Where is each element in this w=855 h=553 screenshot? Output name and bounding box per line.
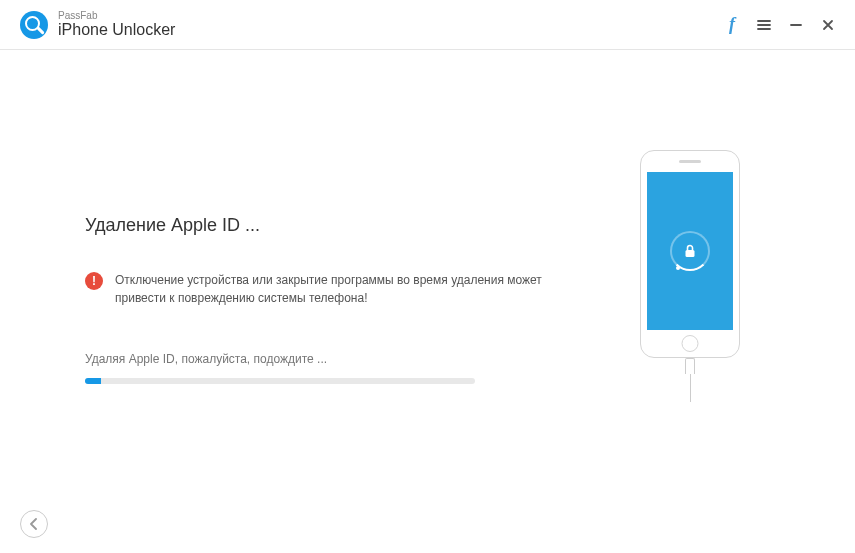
brand: PassFab iPhone Unlocker: [20, 10, 175, 39]
progress-fill: [85, 378, 101, 384]
brand-title: iPhone Unlocker: [58, 21, 175, 39]
progress-label: Удаляя Apple ID, пожалуйста, подождите .…: [85, 352, 565, 366]
warning-text: Отключение устройства или закрытие прогр…: [115, 271, 565, 307]
cable-icon: [685, 358, 695, 402]
lock-icon: [682, 243, 698, 259]
page-title: Удаление Apple ID ...: [85, 215, 565, 236]
right-panel: [605, 110, 775, 493]
cable-wire: [690, 374, 691, 402]
warning-mark: !: [92, 274, 96, 288]
left-panel: Удаление Apple ID ... ! Отключение устро…: [85, 110, 565, 493]
warning-row: ! Отключение устройства или закрытие про…: [85, 271, 565, 307]
brand-text: PassFab iPhone Unlocker: [58, 10, 175, 39]
window-controls: f: [725, 18, 835, 32]
svg-rect-0: [686, 250, 695, 257]
brand-subtitle: PassFab: [58, 10, 175, 21]
phone-speaker: [679, 160, 701, 163]
phone-screen: [647, 172, 733, 330]
chevron-left-icon: [29, 518, 39, 530]
main-content: Удаление Apple ID ... ! Отключение устро…: [0, 50, 855, 493]
phone-home-button: [682, 335, 699, 352]
progress-bar: [85, 378, 475, 384]
menu-icon[interactable]: [757, 18, 771, 32]
back-button[interactable]: [20, 510, 48, 538]
close-button[interactable]: [821, 18, 835, 32]
minimize-button[interactable]: [789, 18, 803, 32]
phone-illustration: [640, 150, 740, 358]
spinner-icon: [670, 231, 710, 271]
warning-icon: !: [85, 272, 103, 290]
title-bar: PassFab iPhone Unlocker f: [0, 0, 855, 50]
cable-plug: [685, 358, 695, 374]
logo-icon: [20, 11, 48, 39]
facebook-icon[interactable]: f: [725, 18, 739, 32]
